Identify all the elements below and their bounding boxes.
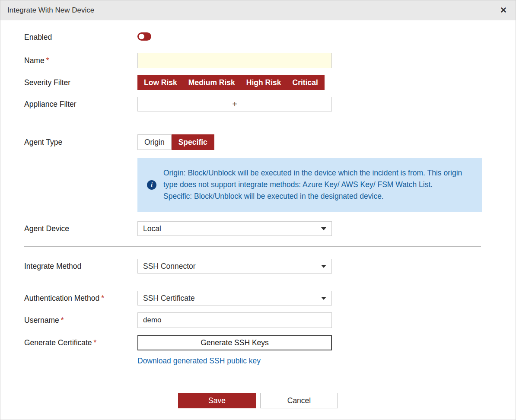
divider xyxy=(24,246,481,247)
download-ssh-public-key-link[interactable]: Download generated SSH public key xyxy=(137,356,261,366)
agent-type-origin-button[interactable]: Origin xyxy=(137,134,172,150)
divider xyxy=(24,122,481,122)
enabled-row: Enabled xyxy=(24,32,481,42)
auth-method-select[interactable]: SSH Certificate xyxy=(137,291,332,305)
severity-option-medium-risk[interactable]: Medium Risk xyxy=(188,78,235,87)
generate-certificate-row: Generate Certificate* Generate SSH Keys xyxy=(24,335,481,350)
close-icon[interactable]: ✕ xyxy=(500,6,507,14)
username-label: Username xyxy=(24,316,59,325)
agent-device-row: Agent Device Local xyxy=(24,221,481,236)
agent-device-value: Local xyxy=(143,224,161,233)
toggle-knob xyxy=(139,34,144,39)
integrate-device-dialog: Integrate With New Device ✕ Enabled Name… xyxy=(0,0,516,420)
enabled-label: Enabled xyxy=(24,33,137,42)
cancel-button[interactable]: Cancel xyxy=(260,393,338,408)
integrate-method-value: SSH Connector xyxy=(143,262,196,271)
integrate-method-label: Integrate Method xyxy=(24,262,137,271)
severity-filter-label: Severity Filter xyxy=(24,78,137,87)
plus-icon: + xyxy=(232,99,237,109)
required-asterisk: * xyxy=(61,316,64,325)
generate-certificate-label: Generate Certificate xyxy=(24,338,92,347)
agent-type-label: Agent Type xyxy=(24,138,137,147)
name-row: Name* xyxy=(24,53,481,68)
agent-type-row: Agent Type Origin Specific xyxy=(24,134,481,150)
chevron-down-icon xyxy=(321,265,326,268)
name-input[interactable] xyxy=(137,53,332,68)
auth-method-row: Authentication Method* SSH Certificate xyxy=(24,291,481,305)
download-link-row: Download generated SSH public key xyxy=(24,356,481,366)
severity-filter-bar: Low Risk Medium Risk High Risk Critical xyxy=(137,75,325,90)
dialog-body: Enabled Name* Severity Filter Low Risk M… xyxy=(0,20,516,393)
agent-device-select[interactable]: Local xyxy=(137,221,332,236)
appliance-filter-label: Appliance Filter xyxy=(24,100,137,109)
info-icon: i xyxy=(147,180,156,190)
severity-option-critical[interactable]: Critical xyxy=(293,78,318,87)
integrate-method-select[interactable]: SSH Connector xyxy=(137,259,332,274)
agent-type-toggle-group: Origin Specific xyxy=(137,134,214,150)
severity-filter-row: Severity Filter Low Risk Medium Risk Hig… xyxy=(24,75,481,90)
chevron-down-icon xyxy=(321,227,326,230)
integrate-method-row: Integrate Method SSH Connector xyxy=(24,259,481,274)
required-asterisk: * xyxy=(46,56,49,65)
info-text: Origin: Block/Unblock will be executed i… xyxy=(163,167,473,202)
save-button[interactable]: Save xyxy=(178,393,256,408)
enabled-toggle[interactable] xyxy=(137,32,151,41)
username-row: Username* xyxy=(24,312,481,328)
generate-ssh-keys-button[interactable]: Generate SSH Keys xyxy=(137,335,332,350)
dialog-header: Integrate With New Device ✕ xyxy=(0,0,516,20)
auth-method-label: Authentication Method xyxy=(24,294,99,302)
info-text-specific: Specific: Block/Unblock will be executed… xyxy=(163,192,384,200)
agent-type-specific-button[interactable]: Specific xyxy=(172,134,214,150)
dialog-title: Integrate With New Device xyxy=(7,6,94,15)
appliance-add-button[interactable]: + xyxy=(137,97,332,111)
required-asterisk: * xyxy=(101,294,104,302)
username-input[interactable] xyxy=(137,312,332,328)
severity-option-high-risk[interactable]: High Risk xyxy=(246,78,281,87)
name-label: Name xyxy=(24,56,45,65)
info-text-origin: Origin: Block/Unblock will be executed i… xyxy=(163,169,462,189)
dialog-footer: Save Cancel xyxy=(0,393,516,420)
chevron-down-icon xyxy=(321,297,326,300)
agent-type-info-box: i Origin: Block/Unblock will be executed… xyxy=(137,158,482,212)
auth-method-value: SSH Certificate xyxy=(143,294,195,303)
required-asterisk: * xyxy=(94,338,97,347)
agent-device-label: Agent Device xyxy=(24,224,137,233)
appliance-filter-row: Appliance Filter + xyxy=(24,97,481,111)
severity-option-low-risk[interactable]: Low Risk xyxy=(144,78,177,87)
